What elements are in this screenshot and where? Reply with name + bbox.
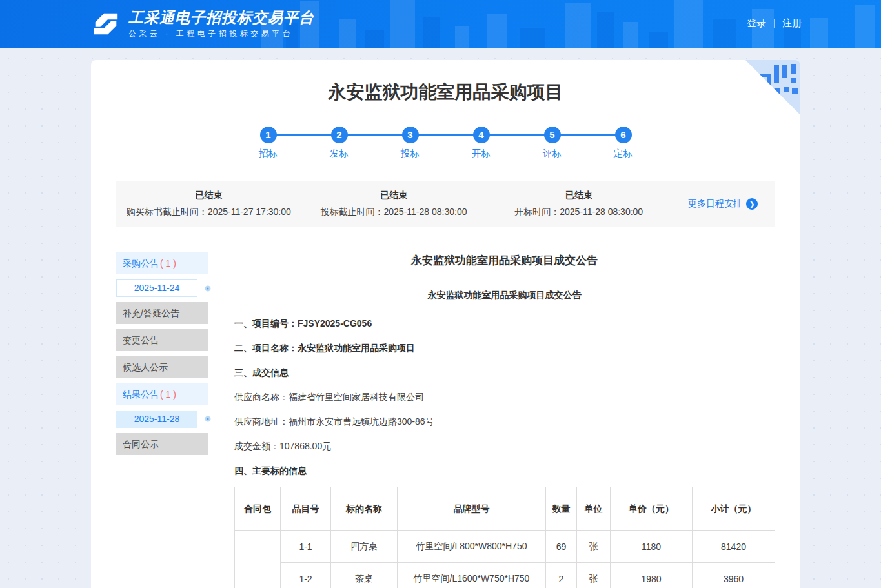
cell-item-no: 1-1 [281, 531, 331, 563]
step-circle-1: 1 [260, 127, 277, 143]
project-name-line: 二、项目名称：永安监狱功能室用品采购项目 [234, 341, 775, 354]
register-link[interactable]: 注册 [782, 17, 802, 30]
col-brand-model: 品牌型号 [398, 487, 546, 531]
process-stepper: 1 招标 2 发标 3 投标 4 开标 5 评标 6 定标 [233, 127, 659, 160]
cell-item-name: 四方桌 [331, 531, 398, 563]
sidebar-item-label: 合同公示 [123, 439, 159, 449]
brand-text: 工采通电子招投标交易平台 公采云 · 工程电子招投标交易平台 [128, 8, 314, 39]
sidebar-date-label: 2025-11-28 [134, 414, 180, 424]
col-item-no: 品目号 [281, 487, 331, 531]
step-circle-5: 5 [544, 127, 561, 143]
schedule-item-open-time: 已结束 开标时间：2025-11-28 08:30:00 [486, 190, 671, 218]
timeline-dot-icon [205, 416, 211, 422]
col-unit-price: 单价（元） [611, 487, 693, 531]
auth-links: 登录 注册 [747, 17, 802, 30]
deal-info-heading: 三、成交信息 [234, 366, 775, 379]
cell-brand-model: 竹里空间/L1600*W750*H750 [398, 563, 546, 588]
sidebar-item-change-notice[interactable]: 变更公告 [116, 329, 208, 351]
notice-count-badge: ( 1 ) [160, 389, 176, 400]
cell-subtotal: 3960 [693, 563, 775, 588]
step-circle-6: 6 [615, 127, 632, 143]
notice-count-badge: ( 1 ) [160, 258, 176, 269]
sidebar-item-label: 补充/答疑公告 [123, 308, 179, 318]
items-table: 合同包 品目号 标的名称 品牌型号 数量 单位 单价（元） 小计（元） [234, 487, 775, 588]
step-toubiao: 3 投标 [375, 127, 446, 160]
cell-item-no: 1-2 [281, 563, 331, 588]
cell-unit-price: 1980 [611, 563, 693, 588]
qr-code-corner[interactable] [745, 60, 800, 115]
sidebar: 采购公告( 1 ) 2025-11-24 补充/答疑公告 变更公告 候选人公示 … [116, 252, 208, 588]
cell-subtotal: 81420 [693, 531, 775, 563]
sidebar-item-supplement-notice[interactable]: 补充/答疑公告 [116, 302, 208, 324]
project-number-line: 一、项目编号：FJSY2025-CG056 [234, 317, 775, 330]
cell-unit: 张 [577, 563, 611, 588]
step-pingbiao: 5 评标 [517, 127, 588, 160]
more-schedule-link[interactable]: 更多日程安排 ❯ [671, 198, 775, 210]
site-header: 工采通电子招投标交易平台 公采云 · 工程电子招投标交易平台 登录 注册 [0, 0, 881, 48]
step-label-3: 投标 [375, 148, 446, 160]
main-items-heading: 四、主要标的信息 [234, 464, 775, 477]
step-label-5: 评标 [517, 148, 588, 160]
sidebar-item-label: 变更公告 [123, 335, 159, 345]
main-card: 永安监狱功能室用品采购项目 1 招标 2 发标 3 投标 4 开标 5 评标 [91, 60, 800, 588]
status-text: 已结束 [301, 190, 487, 201]
step-zhaobiao: 1 招标 [233, 127, 304, 160]
more-schedule-label: 更多日程安排 [688, 198, 742, 210]
sidebar-item-label: 候选人公示 [123, 362, 168, 372]
brand-title: 工采通电子招投标交易平台 [128, 8, 314, 26]
step-label-2: 发标 [304, 148, 375, 160]
sidebar-item-label: 采购公告 [123, 258, 159, 269]
col-unit: 单位 [577, 487, 611, 531]
sidebar-item-result-notice[interactable]: 结果公告( 1 ) [116, 383, 208, 405]
step-circle-3: 3 [402, 127, 419, 143]
status-text: 已结束 [116, 190, 301, 201]
table-header-row: 合同包 品目号 标的名称 品牌型号 数量 单位 单价（元） 小计（元） [235, 487, 775, 531]
cell-quantity: 2 [546, 563, 577, 588]
cell-contract-package [235, 531, 281, 588]
logo-icon [91, 9, 121, 39]
step-label-6: 定标 [588, 148, 659, 160]
col-subtotal: 小计（元） [693, 487, 775, 531]
sidebar-item-contract-publicity[interactable]: 合同公示 [116, 433, 208, 455]
announcement-subtitle: 永安监狱功能室用品采购项目成交公告 [234, 289, 775, 301]
step-dingbiao: 6 定标 [588, 127, 659, 160]
sidebar-date-2025-11-24[interactable]: 2025-11-24 [116, 279, 197, 297]
supplier-name-line: 供应商名称：福建省竹里空间家居科技有限公司 [234, 390, 775, 403]
step-label-4: 开标 [446, 148, 517, 160]
col-contract-package: 合同包 [235, 487, 281, 531]
cell-brand-model: 竹里空间/L800*W800*H750 [398, 531, 546, 563]
brand-logo[interactable]: 工采通电子招投标交易平台 公采云 · 工程电子招投标交易平台 [91, 8, 314, 39]
brand-subtitle: 公采云 · 工程电子招投标交易平台 [128, 28, 314, 39]
login-link[interactable]: 登录 [747, 17, 766, 30]
sidebar-date-2025-11-28[interactable]: 2025-11-28 [116, 411, 197, 428]
deadline-text: 开标时间：2025-11-28 08:30:00 [486, 207, 671, 218]
table-row: 1-1 四方桌 竹里空间/L800*W800*H750 69 张 1180 81… [235, 531, 775, 563]
table-row: 1-2 茶桌 竹里空间/L1600*W750*H750 2 张 1980 396… [235, 563, 775, 588]
cell-unit-price: 1180 [611, 531, 693, 563]
arrow-right-circle-icon: ❯ [746, 198, 758, 210]
step-label-1: 招标 [233, 148, 304, 160]
cell-quantity: 69 [546, 531, 577, 563]
project-title: 永安监狱功能室用品采购项目 [91, 60, 800, 103]
auth-divider [774, 19, 775, 28]
schedule-item-bid-deadline: 已结束 投标截止时间：2025-11-28 08:30:00 [301, 190, 487, 218]
sidebar-timeline-line [208, 252, 208, 454]
deadline-text: 投标截止时间：2025-11-28 08:30:00 [301, 207, 487, 218]
deadline-text: 购买标书截止时间：2025-11-27 17:30:00 [116, 207, 301, 218]
cell-unit: 张 [577, 531, 611, 563]
supplier-address-line: 供应商地址：福州市永安市曹远镇坑边路300-86号 [234, 415, 775, 428]
sidebar-date-label: 2025-11-24 [134, 283, 180, 293]
step-kaibiao: 4 开标 [446, 127, 517, 160]
announcement-title: 永安监狱功能室用品采购项目成交公告 [234, 252, 775, 268]
col-item-name: 标的名称 [331, 487, 398, 531]
step-fabiao: 2 发标 [304, 127, 375, 160]
main-area: 采购公告( 1 ) 2025-11-24 补充/答疑公告 变更公告 候选人公示 … [116, 252, 775, 588]
schedule-bar: 已结束 购买标书截止时间：2025-11-27 17:30:00 已结束 投标截… [116, 181, 775, 227]
sidebar-item-candidate-publicity[interactable]: 候选人公示 [116, 356, 208, 378]
cell-item-name: 茶桌 [331, 563, 398, 588]
announcement-content: 永安监狱功能室用品采购项目成交公告 永安监狱功能室用品采购项目成交公告 一、项目… [234, 252, 775, 588]
sidebar-item-label: 结果公告 [123, 389, 159, 400]
step-circle-2: 2 [331, 127, 348, 143]
timeline-dot-icon [205, 286, 211, 292]
sidebar-item-procurement-notice[interactable]: 采购公告( 1 ) [116, 252, 208, 274]
